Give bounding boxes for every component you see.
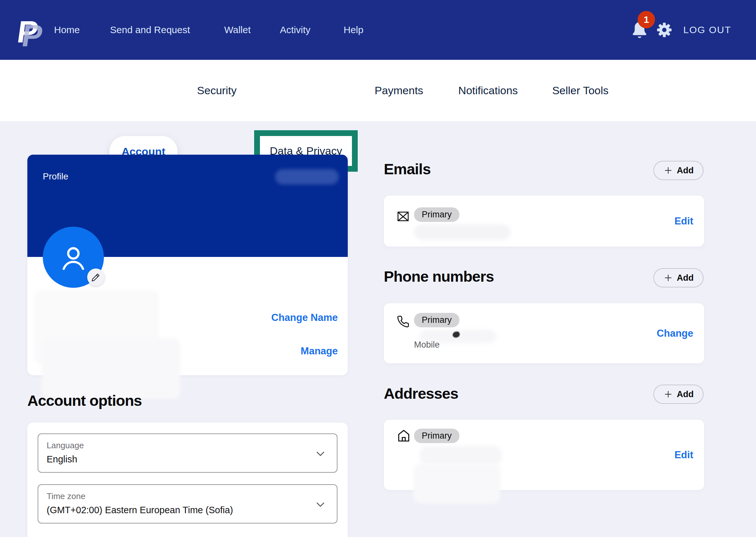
change-phone-link[interactable]: Change (657, 328, 693, 339)
nav-item-home[interactable]: Home (54, 0, 80, 60)
plus-icon (663, 273, 673, 283)
paypal-logo-icon[interactable]: P P (16, 14, 44, 50)
account-options-heading: Account options (27, 392, 142, 409)
notification-count-badge: 1 (638, 11, 655, 28)
envelope-icon (397, 210, 410, 223)
redacted-address-line (420, 446, 502, 465)
add-email-button[interactable]: Add (653, 161, 704, 180)
plus-icon (663, 166, 673, 175)
profile-title: Profile (43, 171, 68, 182)
phone-numbers-heading: Phone numbers (384, 268, 494, 285)
plus-icon (663, 390, 673, 399)
chevron-down-icon (314, 498, 327, 511)
time-zone-label: Time zone (47, 491, 85, 501)
manage-link[interactable]: Manage (301, 345, 338, 357)
language-select[interactable]: Language English (38, 434, 337, 473)
edit-email-link[interactable]: Edit (674, 216, 693, 227)
account-options-card: Language English Time zone (GMT+02:00) E… (27, 423, 348, 537)
paypal-settings-page: P P Home Send and Request Wallet Activit… (0, 0, 756, 537)
tab-notifications[interactable]: Notifications (458, 60, 517, 121)
phone-type-label: Mobile (414, 340, 440, 350)
redacted-account-name (275, 169, 339, 185)
time-zone-select[interactable]: Time zone (GMT+02:00) Eastern European T… (38, 484, 337, 523)
primary-badge: Primary (414, 207, 460, 222)
email-row-card: Primary Edit (384, 195, 704, 247)
nav-item-help[interactable]: Help (343, 0, 364, 60)
primary-badge: Primary (414, 313, 460, 327)
nav-item-wallet[interactable]: Wallet (224, 0, 250, 60)
nav-item-activity[interactable]: Activity (280, 0, 310, 60)
redacted-address-line (413, 463, 500, 503)
home-icon (397, 429, 411, 443)
nav-item-send-and-request[interactable]: Send and Request (110, 0, 190, 60)
add-phone-label: Add (677, 273, 693, 283)
add-email-label: Add (677, 166, 693, 176)
phone-row-card: Primary Mobile Change (384, 303, 704, 363)
tab-seller-tools[interactable]: Seller Tools (552, 60, 608, 121)
phone-icon (397, 315, 410, 328)
primary-badge: Primary (414, 429, 460, 443)
log-out-button[interactable]: LOG OUT (683, 0, 731, 60)
address-row-card: Primary Edit (384, 420, 704, 490)
language-label: Language (47, 440, 84, 450)
settings-gear-icon[interactable] (656, 21, 673, 39)
settings-tabbar: Account Security Data & Privacy Payments… (0, 60, 756, 121)
emails-heading: Emails (384, 160, 431, 178)
edit-avatar-button[interactable] (87, 268, 105, 286)
redacted-email-address (414, 225, 511, 240)
add-address-label: Add (677, 390, 693, 399)
profile-card: Profile Change Name Manage (27, 155, 348, 375)
add-address-button[interactable]: Add (653, 385, 704, 404)
addresses-heading: Addresses (384, 385, 458, 402)
pencil-icon (91, 273, 100, 282)
user-icon (58, 242, 89, 273)
time-zone-value: (GMT+02:00) Eastern European Time (Sofia… (47, 505, 233, 516)
top-navbar: P P Home Send and Request Wallet Activit… (0, 0, 756, 60)
redacted-profile-text (42, 338, 180, 399)
tab-payments[interactable]: Payments (375, 60, 423, 121)
change-name-link[interactable]: Change Name (271, 312, 338, 323)
chevron-down-icon (314, 448, 327, 460)
edit-address-link[interactable]: Edit (674, 449, 693, 461)
tab-security[interactable]: Security (197, 60, 237, 121)
add-phone-button[interactable]: Add (653, 268, 704, 287)
language-value: English (47, 454, 77, 465)
